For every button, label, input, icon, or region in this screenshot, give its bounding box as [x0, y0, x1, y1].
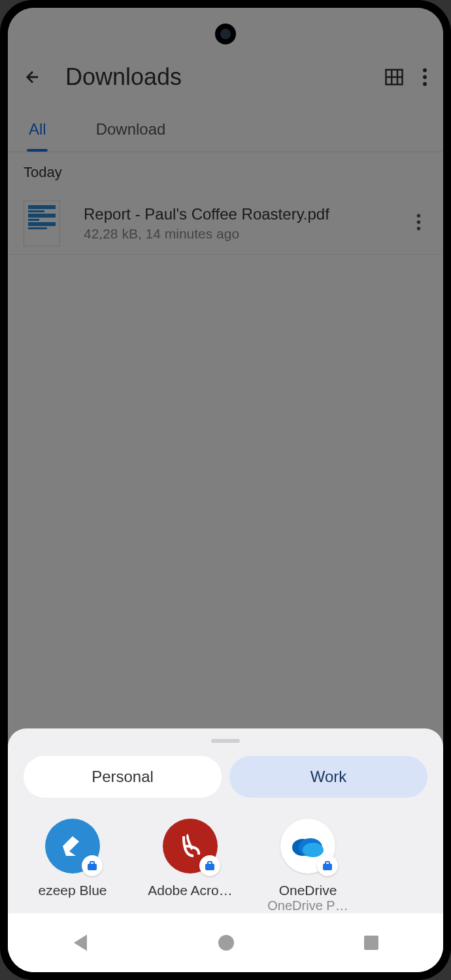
share-app-acrobat[interactable]: Adobe Acro… [141, 819, 239, 913]
share-app-onedrive[interactable]: OneDrive OneDrive P… [259, 819, 357, 913]
phone-frame: 09:55 84 % Downloads All Download Today [0, 0, 451, 980]
svg-rect-14 [205, 864, 214, 870]
svg-point-17 [303, 843, 324, 857]
phone-screen: 09:55 84 % Downloads All Download Today [8, 8, 443, 972]
profile-tab-personal[interactable]: Personal [24, 756, 222, 798]
share-app-name: OneDrive [279, 883, 337, 898]
drag-handle[interactable] [211, 739, 240, 743]
nav-recent-icon[interactable] [363, 935, 379, 951]
svg-point-19 [218, 935, 234, 951]
work-badge-icon [82, 855, 103, 876]
camera-notch [215, 24, 236, 44]
share-app-ezeep[interactable]: ezeep Blue [24, 819, 122, 913]
share-app-name: ezeep Blue [38, 883, 107, 898]
nav-back-icon[interactable] [72, 933, 89, 953]
profile-tab-work[interactable]: Work [229, 756, 427, 798]
nav-home-icon[interactable] [218, 934, 235, 951]
work-badge-icon [199, 855, 220, 876]
share-app-subtitle: OneDrive P… [267, 898, 348, 913]
share-apps-grid: ezeep Blue Adobe Acro… [8, 819, 443, 913]
navigation-bar [8, 913, 443, 972]
svg-rect-13 [88, 864, 97, 870]
profile-tabs: Personal Work [8, 756, 443, 798]
svg-rect-18 [323, 864, 332, 870]
work-badge-icon [317, 855, 338, 876]
svg-rect-20 [364, 936, 378, 950]
share-app-name: Adobe Acro… [148, 883, 233, 898]
